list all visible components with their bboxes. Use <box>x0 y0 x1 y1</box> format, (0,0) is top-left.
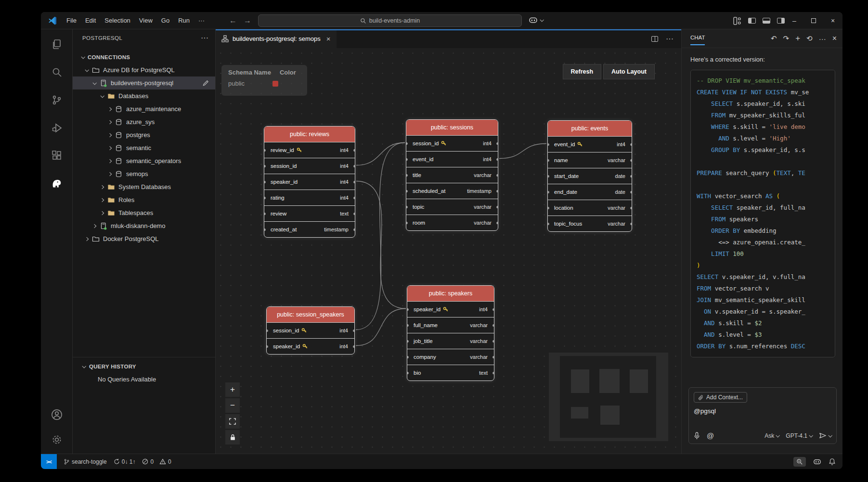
tab-close-icon[interactable]: × <box>326 35 331 43</box>
er-column-created_at[interactable]: created_attimestamp <box>264 221 355 237</box>
lock-button[interactable] <box>225 430 240 444</box>
bell-icon[interactable] <box>829 458 836 466</box>
source-control-icon[interactable] <box>50 93 64 107</box>
er-column-event_id[interactable]: event_idint4 <box>548 136 632 152</box>
copilot-status-icon[interactable] <box>813 457 822 466</box>
command-center-search[interactable]: build-events-admin <box>258 14 522 27</box>
toggle-secondary-sidebar-icon[interactable] <box>777 18 785 24</box>
search-view-icon[interactable] <box>50 65 64 79</box>
er-column-speaker_id[interactable]: speaker_idint4 <box>264 174 355 190</box>
menu-file[interactable]: File <box>62 17 81 24</box>
chat-input-box[interactable]: Add Context... @pgsql @ Ask GPT-4.1 <box>688 387 837 444</box>
tree-item-postgres[interactable]: postgres <box>73 128 215 141</box>
mode-dropdown[interactable]: Ask <box>764 432 779 439</box>
er-column-room[interactable]: roomvarchar <box>406 215 498 230</box>
customize-layout-icon[interactable] <box>733 17 741 25</box>
er-column-bio[interactable]: biotext <box>407 365 494 381</box>
problems-indicator[interactable]: 0 0 <box>142 458 171 465</box>
er-column-speaker_id[interactable]: speaker_idint4 <box>267 338 354 354</box>
extensions-icon[interactable] <box>50 149 64 163</box>
microphone-icon[interactable] <box>694 432 700 440</box>
er-column-event_id[interactable]: event_idint4 <box>406 151 498 167</box>
menu-run[interactable]: Run <box>174 17 194 24</box>
tree-item-semantic-operators[interactable]: semantic_operators <box>73 154 215 167</box>
er-column-review[interactable]: reviewtext <box>264 205 355 221</box>
tree-item-tablespaces[interactable]: Tablespaces <box>73 206 215 219</box>
close-button[interactable]: × <box>823 12 842 29</box>
split-editor-icon[interactable] <box>651 36 658 42</box>
er-column-session_id[interactable]: session_idint4 <box>264 158 355 174</box>
er-column-topic_focus[interactable]: topic_focusvarchar <box>548 216 632 231</box>
er-column-job_title[interactable]: job_titlevarchar <box>407 333 494 349</box>
er-column-topic[interactable]: topicvarchar <box>406 199 498 215</box>
sidebar-more-actions[interactable]: ··· <box>201 34 208 42</box>
fit-view-button[interactable] <box>225 414 240 429</box>
er-column-title[interactable]: titlevarchar <box>406 167 498 183</box>
tree-item-azure-maintenance[interactable]: azure_maintenance <box>73 102 215 115</box>
new-chat-icon[interactable]: + <box>795 34 800 43</box>
diagram-canvas[interactable]: Schema Name Color public Refresh Auto La… <box>216 48 681 454</box>
refresh-button[interactable]: Refresh <box>563 64 602 79</box>
zoom-out-button[interactable]: − <box>225 398 240 413</box>
menu-overflow[interactable]: ··· <box>194 17 209 24</box>
chat-input-value[interactable]: @pgsql <box>694 407 831 415</box>
tree-item-roles[interactable]: Roles <box>73 193 215 206</box>
tree-item-docker-postgresql[interactable]: Docker PostgreSQL <box>73 232 215 245</box>
er-column-location[interactable]: locationvarchar <box>548 200 632 216</box>
tree-item-semops[interactable]: semops <box>73 167 215 180</box>
tree-item-databases[interactable]: Databases <box>73 89 215 102</box>
tree-item-azure-sys[interactable]: azure_sys <box>73 115 215 128</box>
er-column-rating[interactable]: ratingint4 <box>264 190 355 205</box>
er-table-sessions[interactable]: public: sessionssession_idint4event_idin… <box>406 119 498 231</box>
er-table-session_speakers[interactable]: public: session_speakerssession_idint4sp… <box>266 306 355 355</box>
er-column-session_id[interactable]: session_idint4 <box>267 322 354 338</box>
undo-icon[interactable]: ↶ <box>771 34 777 43</box>
explorer-icon[interactable] <box>50 37 64 51</box>
maximize-button[interactable] <box>804 12 823 29</box>
chat-more-actions[interactable]: ··· <box>819 35 826 43</box>
chat-history-icon[interactable]: ⟲ <box>806 34 813 43</box>
redo-icon[interactable]: ↷ <box>783 34 790 43</box>
tab-schema-visualization[interactable]: buildevents-postgresql: semops × <box>216 29 337 48</box>
branch-indicator[interactable]: search-toggle <box>64 458 107 465</box>
sync-indicator[interactable]: 0↓ 1↑ <box>114 458 136 465</box>
editor-more-actions[interactable]: ··· <box>666 35 674 43</box>
menu-go[interactable]: Go <box>157 17 174 24</box>
er-table-reviews[interactable]: public: reviewsreview_idint4session_idin… <box>264 126 355 238</box>
minimize-button[interactable]: – <box>785 12 804 29</box>
er-column-scheduled_at[interactable]: scheduled_attimestamp <box>406 183 498 199</box>
er-column-start_date[interactable]: start_datedate <box>548 168 632 184</box>
postgresql-view-icon[interactable] <box>50 177 64 191</box>
settings-gear-icon[interactable] <box>50 432 64 447</box>
tree-item-system-databases[interactable]: System Databases <box>73 180 215 193</box>
er-column-name[interactable]: namevarchar <box>548 152 632 168</box>
section-connections[interactable]: CONNECTIONS <box>73 51 215 63</box>
nav-back-icon[interactable]: ← <box>229 16 237 25</box>
edit-connection-icon[interactable] <box>202 79 209 87</box>
zoom-status-icon[interactable] <box>793 457 806 467</box>
tree-item-mluk-diskann-demo[interactable]: mluk-diskann-demo <box>73 219 215 232</box>
auto-layout-button[interactable]: Auto Layout <box>603 64 655 79</box>
er-column-session_id[interactable]: session_idint4 <box>406 135 498 151</box>
chat-tab[interactable]: CHAT <box>690 35 705 42</box>
copilot-menu[interactable] <box>528 15 543 25</box>
er-column-company[interactable]: companyvarchar <box>407 349 494 365</box>
tree-item-azure-db-for-postgresql[interactable]: Azure DB for PostgreSQL <box>73 63 215 76</box>
nav-forward-icon[interactable]: → <box>244 16 251 25</box>
section-query-history[interactable]: QUERY HISTORY <box>73 361 215 372</box>
er-table-speakers[interactable]: public: speakersspeaker_idint4full_namev… <box>407 285 494 381</box>
tree-item-semantic[interactable]: semantic <box>73 141 215 154</box>
model-dropdown[interactable]: GPT-4.1 <box>786 432 812 439</box>
add-context-button[interactable]: Add Context... <box>694 392 747 403</box>
zoom-in-button[interactable]: + <box>225 382 240 397</box>
er-column-end_date[interactable]: end_datedate <box>548 184 632 200</box>
send-button[interactable] <box>819 432 831 439</box>
remote-indicator[interactable]: >< <box>41 454 57 469</box>
diagram-minimap[interactable] <box>549 353 668 441</box>
menu-view[interactable]: View <box>135 17 157 24</box>
menu-selection[interactable]: Selection <box>100 17 134 24</box>
mention-icon[interactable]: @ <box>707 431 714 440</box>
er-column-review_id[interactable]: review_idint4 <box>264 142 355 158</box>
menu-edit[interactable]: Edit <box>81 17 100 24</box>
run-debug-icon[interactable] <box>50 121 64 135</box>
